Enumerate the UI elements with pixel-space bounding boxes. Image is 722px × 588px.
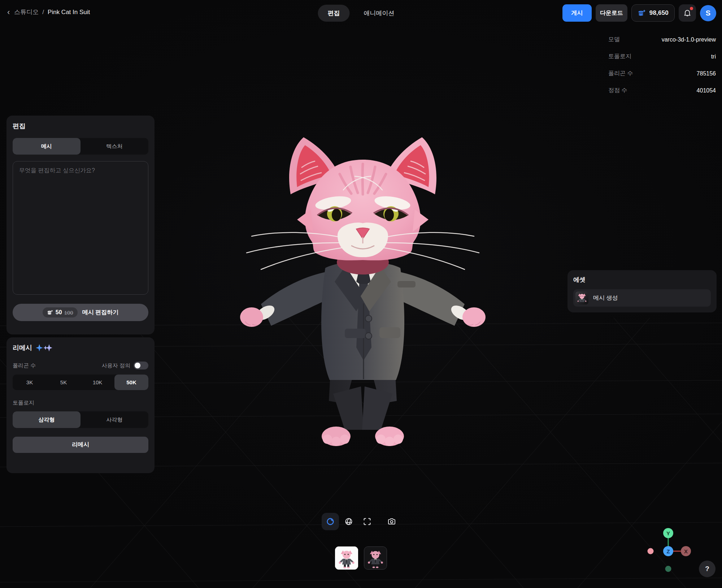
help-button[interactable]: ? [699, 561, 716, 577]
coin-stack-icon [638, 9, 646, 17]
breadcrumb-studio-link[interactable]: 스튜디오 [14, 8, 39, 16]
model-info-row: 폴리곤 수 785156 [608, 65, 716, 82]
axis-z[interactable]: Z [663, 546, 673, 556]
info-label: 폴리곤 수 [608, 70, 633, 77]
tab-edit[interactable]: 편집 [318, 5, 350, 22]
avatar[interactable]: S [700, 5, 716, 21]
price-current: 50 [56, 309, 62, 316]
viewport-toolbar [322, 513, 400, 530]
info-value: tri [711, 53, 716, 60]
version-thumbnail-current[interactable] [335, 546, 358, 570]
asset-panel-title: 에셋 [573, 276, 711, 284]
remesh-button[interactable]: 리메시 [13, 437, 148, 453]
price-badge: 50 100 [43, 307, 78, 317]
back-chevron-icon[interactable]: ‹ [6, 8, 10, 16]
info-label: 정점 수 [608, 87, 627, 94]
notification-dot [690, 7, 693, 10]
axis-x[interactable]: X [681, 546, 691, 556]
option-5k[interactable]: 5K [47, 375, 81, 390]
shaded-sphere-icon [326, 517, 335, 526]
axis-y[interactable]: Y [663, 528, 673, 538]
option-triangle[interactable]: 삼각형 [13, 411, 81, 428]
fullscreen-button[interactable] [358, 513, 376, 530]
screenshot-button[interactable] [383, 513, 400, 530]
axis-negative-y[interactable] [665, 566, 671, 572]
credits-pill[interactable]: 98,650 [631, 4, 675, 22]
option-3k[interactable]: 3K [13, 375, 47, 390]
toggle-knob [135, 363, 140, 368]
model-info-panel: 모델 varco-3d-1.0-preview 토폴로지 tri 폴리곤 수 7… [608, 31, 716, 99]
info-label: 토폴로지 [608, 53, 631, 60]
breadcrumb: ‹ 스튜디오 / Pink Cat In Suit [6, 8, 90, 16]
option-50k[interactable]: 50K [114, 375, 148, 390]
price-original: 100 [64, 310, 73, 316]
custom-label: 사용자 정의 [102, 362, 130, 369]
axis-negative-x[interactable] [648, 548, 654, 554]
version-thumbnails [335, 546, 387, 570]
polygon-count-label: 폴리곤 수 [13, 362, 36, 369]
topology-options: 삼각형 사각형 [13, 411, 148, 428]
custom-toggle[interactable] [134, 362, 148, 369]
model-info-row: 모델 varco-3d-1.0-preview [608, 31, 716, 48]
asset-thumbnail [575, 291, 588, 304]
wireframe-view-button[interactable] [340, 513, 357, 530]
polygon-count-options: 3K 5K 10K 50K [13, 375, 148, 390]
model-pink-cat-in-suit[interactable] [236, 126, 489, 451]
ai-sparkles-icon [36, 343, 52, 352]
notifications-button[interactable] [679, 4, 696, 22]
publish-button[interactable]: 게시 [562, 4, 592, 22]
option-10k[interactable]: 10K [81, 375, 114, 390]
option-quad[interactable]: 사각형 [81, 411, 148, 428]
svg-text:Z: Z [666, 548, 670, 554]
coin-stack-icon [47, 309, 53, 316]
shaded-view-button[interactable] [322, 513, 339, 530]
info-value: varco-3d-1.0-preview [662, 36, 716, 43]
download-button[interactable]: 다운로드 [596, 4, 627, 22]
asset-item-label: 메시 생성 [593, 294, 618, 302]
info-label: 모델 [608, 36, 620, 43]
svg-text:X: X [684, 548, 688, 554]
asset-panel: 에셋 메시 생성 [567, 270, 717, 312]
breadcrumb-separator: / [42, 9, 44, 16]
svg-text:Y: Y [666, 530, 670, 536]
remesh-panel: 리메시 폴리곤 수 사용자 정의 3K [6, 337, 155, 473]
tab-animation[interactable]: 애니메이션 [354, 5, 404, 22]
credit-balance: 98,650 [649, 9, 669, 17]
model-info-row: 토폴로지 tri [608, 48, 716, 65]
mesh-edit-button[interactable]: 50 100 메시 편집하기 [13, 304, 148, 321]
edit-tab-group: 메시 텍스처 [13, 138, 148, 155]
app-root: ‹ 스튜디오 / Pink Cat In Suit 편집 애니메이션 게시 다운… [0, 0, 722, 588]
tab-texture[interactable]: 텍스처 [81, 138, 148, 155]
fullscreen-icon [362, 517, 372, 526]
info-value: 401054 [697, 87, 716, 94]
orientation-gizmo[interactable]: Y Z X [642, 523, 696, 577]
tab-mesh[interactable]: 메시 [13, 138, 81, 155]
page-title: Pink Cat In Suit [48, 9, 90, 16]
mode-tabs: 편집 애니메이션 [318, 5, 404, 22]
header-actions: 게시 다운로드 98,650 S [562, 4, 716, 22]
remesh-panel-title: 리메시 [13, 343, 32, 352]
edit-panel: 편집 메시 텍스처 50 100 메시 편집하기 [6, 116, 155, 334]
info-value: 785156 [697, 70, 716, 77]
wireframe-globe-icon [344, 517, 353, 526]
version-thumbnail-previous[interactable] [364, 546, 387, 570]
asset-item-mesh-generation[interactable]: 메시 생성 [573, 289, 711, 307]
camera-icon [387, 517, 396, 526]
bell-icon [683, 9, 692, 17]
model-info-row: 정점 수 401054 [608, 82, 716, 99]
topology-label: 토폴로지 [13, 399, 148, 406]
mesh-edit-label: 메시 편집하기 [82, 309, 118, 316]
edit-prompt-input[interactable] [13, 161, 148, 295]
edit-panel-title: 편집 [13, 122, 148, 130]
